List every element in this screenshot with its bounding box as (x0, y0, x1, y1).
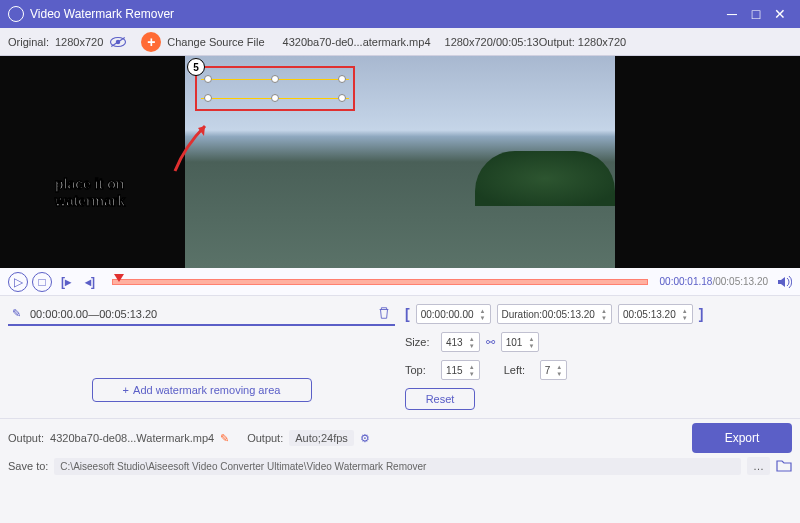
width-input[interactable]: 413▲▼ (441, 332, 480, 352)
top-label: Top: (405, 364, 435, 376)
set-end-button[interactable]: ◂] (80, 272, 100, 292)
aspect-link-icon[interactable]: ⚯ (486, 336, 495, 349)
output-settings-label: Output: (247, 432, 283, 444)
volume-icon[interactable] (776, 274, 792, 290)
open-folder-icon[interactable] (776, 458, 792, 474)
source-filename: 4320ba70-de0...atermark.mp4 (283, 36, 431, 48)
hint-text: place it onwatermark (55, 176, 125, 210)
plus-icon: + (123, 384, 129, 396)
reset-button[interactable]: Reset (405, 388, 475, 410)
duration-input[interactable]: Duration:00:05:13.20▲▼ (497, 304, 612, 324)
play-button[interactable]: ▷ (8, 272, 28, 292)
close-button[interactable]: ✕ (768, 4, 792, 24)
app-icon (8, 6, 24, 22)
hint-arrow-icon (170, 116, 220, 176)
save-path-field[interactable]: C:\Aiseesoft Studio\Aiseesoft Video Conv… (54, 458, 741, 475)
export-button[interactable]: Export (692, 423, 792, 453)
stop-button[interactable]: □ (32, 272, 52, 292)
timeline-slider[interactable] (112, 276, 648, 288)
segments-panel: ✎ 00:00:00.00 — 00:05:13.20 + Add waterm… (8, 304, 395, 410)
height-input[interactable]: 101▲▼ (501, 332, 540, 352)
source-info: 1280x720/00:05:13 (445, 36, 539, 48)
set-start-button[interactable]: [▸ (56, 272, 76, 292)
rename-icon[interactable]: ✎ (220, 432, 229, 445)
playback-controls: ▷ □ [▸ ◂] 00:00:01.18/00:05:13.20 (0, 268, 800, 296)
minimize-button[interactable]: ─ (720, 4, 744, 24)
save-to-label: Save to: (8, 460, 48, 472)
output-resolution: 1280x720 (578, 36, 626, 48)
left-input[interactable]: 7▲▼ (540, 360, 568, 380)
toggle-original-icon[interactable] (109, 36, 127, 48)
range-end-input[interactable]: 00:05:13.20▲▼ (618, 304, 693, 324)
output-file-value: 4320ba70-de08...Watermark.mp4 (50, 432, 214, 444)
size-label: Size: (405, 336, 435, 348)
settings-icon[interactable]: ⚙ (360, 432, 370, 445)
delete-segment-icon[interactable] (377, 306, 391, 322)
top-input[interactable]: 115▲▼ (441, 360, 480, 380)
add-area-button[interactable]: + Add watermark removing area (92, 378, 312, 402)
video-preview[interactable]: 5 place it onwatermark (0, 56, 800, 268)
info-toolbar: Original: 1280x720 + Change Source File … (0, 28, 800, 56)
output-settings-value[interactable]: Auto;24fps (289, 430, 354, 446)
segment-row[interactable]: ✎ 00:00:00.00 — 00:05:13.20 (8, 304, 395, 326)
output-file-label: Output: (8, 432, 44, 444)
original-label: Original: (8, 36, 49, 48)
playhead-icon[interactable] (114, 274, 124, 282)
properties-panel: [ 00:00:00.00▲▼ Duration:00:05:13.20▲▼ 0… (405, 304, 792, 410)
browse-button[interactable]: … (747, 457, 770, 475)
range-start-bracket-icon[interactable]: [ (405, 306, 410, 322)
time-display: 00:00:01.18/00:05:13.20 (660, 276, 768, 287)
add-source-button[interactable]: + (141, 32, 161, 52)
original-resolution: 1280x720 (55, 36, 103, 48)
titlebar: Video Watermark Remover ─ □ ✕ (0, 0, 800, 28)
change-source-link[interactable]: Change Source File (167, 36, 264, 48)
range-start-input[interactable]: 00:00:00.00▲▼ (416, 304, 491, 324)
watermark-selection-box[interactable]: 5 (195, 66, 355, 111)
edit-segment-icon[interactable]: ✎ (12, 307, 26, 321)
maximize-button[interactable]: □ (744, 4, 768, 24)
output-label: Output: (539, 36, 575, 48)
app-title: Video Watermark Remover (30, 7, 174, 21)
footer: Output: 4320ba70-de08...Watermark.mp4 ✎ … (0, 418, 800, 483)
range-end-bracket-icon[interactable]: ] (699, 306, 704, 322)
left-label: Left: (504, 364, 534, 376)
